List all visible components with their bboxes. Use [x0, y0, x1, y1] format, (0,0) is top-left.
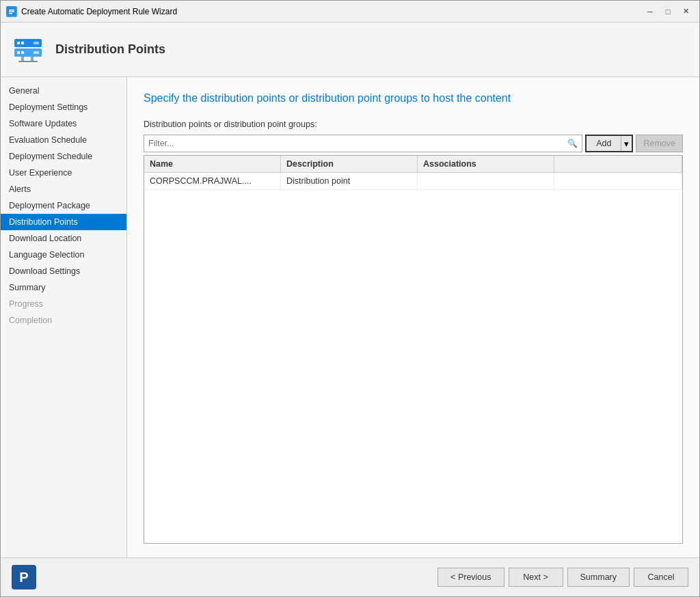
- col-associations: Associations: [418, 156, 554, 172]
- window-icon: [6, 6, 17, 17]
- col-description: Description: [281, 156, 418, 172]
- title-bar: Create Automatic Deployment Rule Wizard …: [1, 1, 699, 23]
- sidebar-item-download-location[interactable]: Download Location: [1, 230, 126, 247]
- search-icon: 🔍: [567, 139, 578, 148]
- wizard-window: Create Automatic Deployment Rule Wizard …: [0, 0, 700, 597]
- distribution-table: Name Description Associations CORPSCCM.P…: [144, 155, 683, 544]
- wizard-header: Distribution Points: [1, 23, 699, 77]
- next-button[interactable]: Next >: [509, 568, 563, 587]
- filter-input-wrap: 🔍: [144, 135, 582, 152]
- previous-button[interactable]: < Previous: [438, 568, 504, 587]
- main-heading: Specify the distribution points or distr…: [144, 91, 683, 106]
- col-extra: [554, 156, 682, 172]
- svg-rect-1: [9, 10, 14, 11]
- add-button[interactable]: Add: [587, 136, 621, 151]
- sidebar-item-software-updates[interactable]: Software Updates: [1, 115, 126, 132]
- sidebar-item-deployment-schedule[interactable]: Deployment Schedule: [1, 148, 126, 165]
- wizard-header-title: Distribution Points: [55, 42, 165, 57]
- svg-rect-7: [33, 42, 39, 44]
- sidebar-item-deployment-settings[interactable]: Deployment Settings: [1, 99, 126, 115]
- sidebar-item-completion: Completion: [1, 312, 126, 329]
- summary-button[interactable]: Summary: [567, 568, 630, 587]
- cancel-button[interactable]: Cancel: [634, 568, 688, 587]
- window-controls: ─ □ ✕: [642, 5, 694, 18]
- svg-rect-5: [17, 42, 20, 44]
- chevron-down-icon: ▾: [624, 139, 629, 149]
- cell-extra: [554, 173, 682, 189]
- col-name: Name: [144, 156, 281, 172]
- svg-rect-11: [33, 51, 39, 54]
- cell-name: CORPSCCM.PRAJWAL....: [144, 173, 281, 189]
- svg-rect-3: [9, 13, 12, 14]
- svg-rect-2: [9, 11, 14, 12]
- sidebar-item-summary[interactable]: Summary: [1, 279, 126, 296]
- header-icon: [12, 33, 44, 66]
- add-button-group: Add ▾: [585, 135, 633, 152]
- sidebar-item-download-settings[interactable]: Download Settings: [1, 263, 126, 279]
- add-dropdown-button[interactable]: ▾: [621, 136, 632, 151]
- maximize-button[interactable]: □: [660, 5, 676, 18]
- table-header: Name Description Associations: [144, 156, 682, 173]
- footer-logo: P: [12, 565, 36, 589]
- sidebar-item-progress: Progress: [1, 296, 126, 312]
- main-content: Specify the distribution points or distr…: [127, 77, 699, 557]
- cell-description: Distribution point: [281, 173, 418, 189]
- minimize-button[interactable]: ─: [642, 5, 658, 18]
- sidebar-item-general[interactable]: General: [1, 83, 126, 99]
- window-title: Create Automatic Deployment Rule Wizard: [21, 7, 642, 16]
- remove-button[interactable]: Remove: [636, 135, 683, 152]
- filter-row: 🔍 Add ▾ Remove: [144, 135, 683, 152]
- sidebar-item-deployment-package[interactable]: Deployment Package: [1, 197, 126, 214]
- wizard-footer: P < Previous Next > Summary Cancel: [1, 557, 699, 596]
- cell-associations: [418, 173, 554, 189]
- sidebar-item-distribution-points[interactable]: Distribution Points: [1, 214, 126, 230]
- close-button[interactable]: ✕: [677, 5, 694, 18]
- sidebar-item-alerts[interactable]: Alerts: [1, 181, 126, 197]
- sidebar: GeneralDeployment SettingsSoftware Updat…: [1, 77, 127, 557]
- sidebar-item-user-experience[interactable]: User Experience: [1, 165, 126, 181]
- svg-rect-14: [18, 61, 38, 62]
- sidebar-item-language-selection[interactable]: Language Selection: [1, 247, 126, 263]
- svg-rect-10: [21, 51, 24, 54]
- filter-input[interactable]: [148, 139, 567, 148]
- content-area: GeneralDeployment SettingsSoftware Updat…: [1, 77, 699, 557]
- table-row[interactable]: CORPSCCM.PRAJWAL.... Distribution point: [144, 173, 682, 190]
- logo-letter: P: [19, 570, 28, 585]
- svg-rect-9: [17, 51, 20, 54]
- distribution-label: Distribution points or distribution poin…: [144, 120, 683, 129]
- svg-rect-6: [21, 42, 24, 44]
- sidebar-item-evaluation-schedule[interactable]: Evaluation Schedule: [1, 132, 126, 148]
